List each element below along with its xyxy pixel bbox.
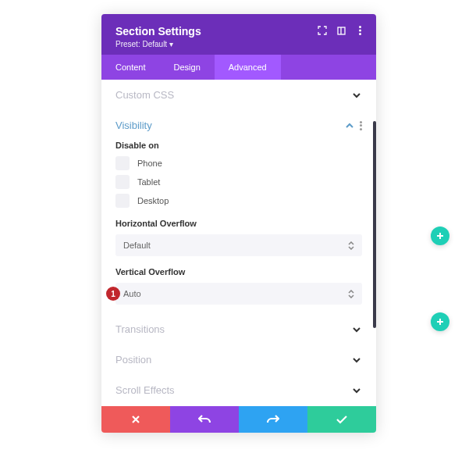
annotation-badge: 1 [106, 287, 120, 301]
tab-advanced[interactable]: Advanced [215, 55, 281, 80]
section-scroll-effects[interactable]: Scroll Effects [101, 375, 376, 405]
checkbox-desktop-label: Desktop [137, 196, 169, 205]
cancel-button[interactable] [101, 406, 170, 433]
section-label: Position [115, 354, 151, 366]
redo-button[interactable] [239, 406, 307, 433]
modal-footer [101, 406, 376, 433]
section-label: Custom CSS [115, 89, 174, 101]
kebab-icon[interactable] [360, 121, 362, 130]
chevron-down-icon [351, 324, 362, 335]
checkbox-tablet-label: Tablet [137, 177, 160, 187]
horizontal-overflow-select[interactable]: Default [115, 234, 362, 256]
chevron-up-icon [344, 120, 355, 131]
more-icon[interactable] [354, 25, 365, 36]
section-transitions[interactable]: Transitions [101, 314, 376, 344]
chevron-down-icon [351, 355, 362, 366]
svg-point-2 [359, 26, 361, 28]
chevron-down-icon [351, 385, 362, 396]
modal-body: Custom CSS Visibility Disable on Phone [101, 80, 376, 406]
svg-point-3 [359, 30, 361, 32]
modal-header: Section Settings Preset: Default ▾ [101, 14, 376, 55]
help-link[interactable]: ? Help [101, 405, 376, 406]
chevron-down-icon [351, 90, 362, 101]
updown-icon [348, 290, 354, 298]
checkbox-tablet[interactable] [115, 175, 130, 189]
tab-design[interactable]: Design [160, 55, 215, 80]
expand-icon[interactable] [317, 25, 328, 36]
checkbox-tablet-row: Tablet [115, 175, 362, 189]
section-label: Visibility [115, 119, 152, 131]
visibility-panel: Disable on Phone Tablet Desktop Horizont… [101, 141, 376, 314]
tab-content[interactable]: Content [101, 55, 160, 80]
section-label: Transitions [115, 323, 165, 335]
checkbox-phone[interactable] [115, 156, 130, 170]
vertical-overflow-field: Vertical Overflow 1 Auto [115, 267, 362, 305]
section-custom-css[interactable]: Custom CSS [101, 80, 376, 110]
header-actions [317, 25, 365, 36]
section-label: Scroll Effects [115, 384, 175, 396]
checkbox-phone-row: Phone [115, 156, 362, 170]
updown-icon [348, 241, 354, 250]
select-value: Auto [123, 289, 141, 298]
settings-modal: Section Settings Preset: Default ▾ Conte… [101, 14, 376, 433]
save-button[interactable] [307, 406, 376, 433]
preset-selector[interactable]: Preset: Default ▾ [115, 40, 362, 48]
undo-button[interactable] [170, 406, 239, 433]
select-value: Default [123, 241, 151, 250]
snap-icon[interactable] [336, 25, 346, 36]
checkbox-desktop-row: Desktop [115, 194, 362, 208]
horizontal-overflow-field: Horizontal Overflow Default [115, 219, 362, 256]
checkbox-desktop[interactable] [115, 194, 130, 208]
section-position[interactable]: Position [101, 344, 376, 375]
vertical-overflow-label: Vertical Overflow [115, 267, 362, 276]
checkbox-phone-label: Phone [137, 159, 162, 168]
scrollbar[interactable] [373, 121, 376, 328]
tab-bar: Content Design Advanced [101, 55, 376, 80]
section-visibility[interactable]: Visibility [101, 110, 376, 141]
horizontal-overflow-label: Horizontal Overflow [115, 219, 362, 228]
add-section-button[interactable] [431, 312, 449, 331]
section-actions [344, 120, 362, 131]
vertical-overflow-select[interactable]: 1 Auto [115, 283, 362, 305]
svg-point-4 [359, 33, 361, 35]
disable-on-label: Disable on [115, 141, 362, 150]
add-section-button[interactable] [431, 226, 449, 245]
